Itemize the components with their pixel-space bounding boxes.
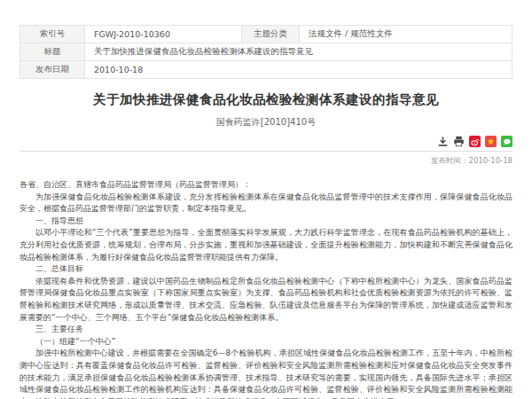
- article-body: 各省、自治区、直辖市食品药品监督管理局（药品监督管理局）： 为加强保健食品化妆品…: [20, 179, 512, 399]
- section-heading: 三、主要任务: [20, 324, 512, 336]
- print-icon[interactable]: [453, 136, 465, 147]
- wechat-share-icon[interactable]: [501, 136, 512, 147]
- publish-time-value: 2010-10-18: [469, 156, 512, 165]
- category-label: 主题分类: [242, 26, 300, 43]
- sub-section-heading: （一）组建“一个中心”: [20, 336, 512, 348]
- index-label: 索引号: [20, 26, 85, 43]
- date-label: 发布日期: [20, 61, 85, 79]
- table-row: 发布日期 2010-10-18: [20, 61, 512, 79]
- divider: [20, 151, 512, 152]
- section-heading: 一、指导思想: [20, 215, 512, 228]
- category-value: 法规文件 / 规范性文件: [300, 26, 512, 43]
- paragraph: 各省、自治区、直辖市食品药品监督管理局（药品监督管理局）：: [20, 179, 512, 192]
- publish-time: 发布时间：2010-10-18: [20, 156, 512, 167]
- title-value: 关于加快推进保健食品化妆品检验检测体系建设的指导意见: [85, 43, 512, 61]
- download-icon[interactable]: [437, 136, 449, 147]
- paragraph: 依据现有条件和优势资源，建设以中国药品生物制品检定所食品化妆品检验检测中心（下称…: [20, 276, 512, 324]
- index-value: FGWJ-2010-10360: [85, 26, 242, 43]
- document-page: 索引号 FGWJ-2010-10360 主题分类 法规文件 / 规范性文件 标题…: [0, 0, 532, 399]
- weibo-share-icon[interactable]: [469, 136, 481, 147]
- table-row: 索引号 FGWJ-2010-10360 主题分类 法规文件 / 规范性文件: [20, 26, 512, 43]
- share-toolbar: ★: [20, 136, 512, 151]
- section-heading: 二、总体目标: [20, 263, 512, 276]
- paragraph: 为加强保健食品化妆品检验检测体系建设，充分发挥检验检测体系在保健食品化妆品监督管…: [20, 192, 512, 215]
- publish-time-label: 发布时间：: [431, 156, 469, 165]
- paragraph: 加强中检所检测中心建设，并根据需要在全国确定6—8个检验机构，承担区域性保健食品…: [20, 348, 512, 399]
- favorite-share-icon[interactable]: ★: [485, 136, 497, 147]
- paragraph: 以邓小平理论和“三个代表”重要思想为指导，全面贯彻落实科学发展观，大力践行科学监…: [20, 227, 512, 263]
- doc-info-table: 索引号 FGWJ-2010-10360 主题分类 法规文件 / 规范性文件 标题…: [20, 25, 512, 79]
- doc-number: 国食药监许[2010]410号: [20, 116, 512, 129]
- date-value: 2010-10-18: [85, 61, 512, 79]
- title-label: 标题: [20, 43, 85, 61]
- table-row: 标题 关于加快推进保健食品化妆品检验检测体系建设的指导意见: [20, 43, 512, 61]
- page-title: 关于加快推进保健食品化妆品检验检测体系建设的指导意见: [20, 91, 512, 108]
